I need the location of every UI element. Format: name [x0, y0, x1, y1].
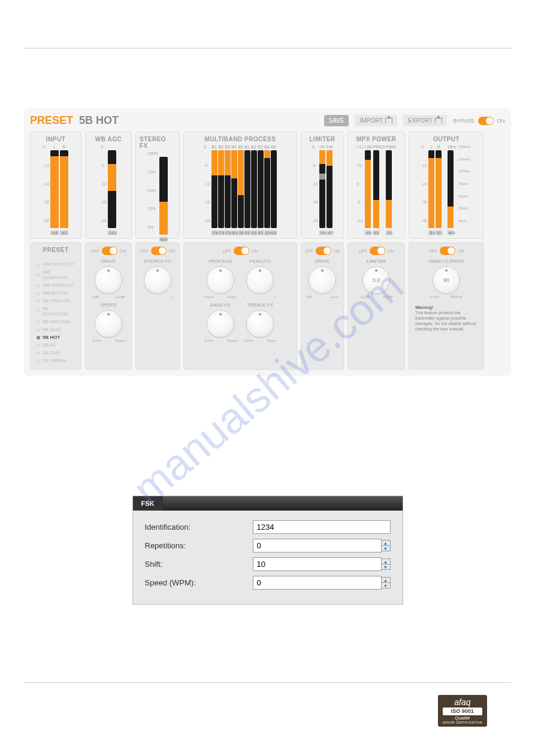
preset-item-wb-protect[interactable]: WB PROTECT: [37, 262, 75, 267]
export-icon: [435, 118, 442, 123]
preset-list-panel: PRESET WB PROTECTWB CLASSICALWB DIGIPLEX…: [30, 242, 81, 370]
multiband-controls: OFFON PROCESSPuristBoost FIDELITY–+ BASS…: [183, 242, 297, 370]
bypass-toggle[interactable]: [478, 117, 494, 125]
preset-item-5b-natural[interactable]: 5B NATURAL: [37, 319, 75, 324]
mpx-controls: OFFON LIMITER0.0-12dB+12dB: [347, 242, 405, 370]
limiter-knob[interactable]: 0.0: [362, 266, 390, 294]
mpx-meter-pred: 0.0: [373, 150, 379, 228]
export-button[interactable]: EXPORT: [403, 115, 447, 126]
input-panel: INPUT 0-12-24-36-48 L -4.0 R -4.1: [30, 132, 81, 239]
preset-item-5b-hot[interactable]: 5B HOT: [37, 335, 75, 340]
speed-knob[interactable]: [95, 310, 122, 338]
bassfx-knob[interactable]: [207, 310, 234, 338]
mpx-meter-lim: -4.0: [365, 150, 371, 228]
multiband-meter-5: 0.0: [244, 150, 250, 228]
output-meter-r: -3.1: [436, 150, 442, 228]
wbagc-toggle[interactable]: [102, 247, 117, 255]
fsk-panel: FSK Identification: Repetitions:▲▼ Shift…: [132, 496, 403, 605]
output-panel: OUTPUT 0-12-24-36-48 L-3.4 R-3.1 DEV46.2…: [409, 132, 484, 239]
output-controls: OFFON HARD CLIPPER900 kHz200kHz Warning!…: [409, 242, 484, 370]
multiband-meter-7: 0.0: [258, 150, 264, 228]
process-knob[interactable]: [207, 266, 234, 294]
identification-label: Identification:: [145, 523, 253, 532]
limiter-controls: OFFON DRIVESoftLoud: [301, 242, 344, 370]
import-button[interactable]: IMPORT: [355, 115, 397, 126]
limiter-toggle[interactable]: [316, 247, 331, 255]
input-meter-r: -4.1: [60, 150, 68, 228]
limiter-meter-fm: -4.7: [327, 150, 333, 228]
save-button[interactable]: SAVE: [324, 115, 349, 126]
repetitions-label: Repetitions:: [145, 541, 253, 550]
preset-item-wb-digiplex[interactable]: WB DIGIPLEX: [37, 283, 75, 288]
input-meter-l: -4.0: [50, 150, 59, 228]
multiband-meter-3: -8.4: [231, 150, 237, 228]
shift-input[interactable]: [253, 557, 382, 571]
preset-item-5b-ac[interactable]: 5B AC: [37, 342, 75, 348]
preset-item-5b-jazz[interactable]: 5B JAZZ: [37, 327, 75, 332]
preset-item-wb-boost[interactable]: WB BOOST: [37, 290, 75, 296]
stereofx-knob[interactable]: [144, 266, 171, 294]
output-meter-dev: 46.2: [448, 150, 454, 228]
shift-label: Shift:: [145, 560, 253, 569]
stereofx-toggle[interactable]: [151, 247, 167, 255]
stereofx-meter: 42.0: [159, 157, 168, 235]
preset-item-5b-urban[interactable]: 5B URBAN: [37, 358, 75, 363]
treblefx-knob[interactable]: [246, 310, 274, 338]
afaq-badge: afaq ISO 9001 Qualité AFNOR CERTIFICATIO…: [24, 695, 487, 727]
drive-knob[interactable]: [95, 266, 122, 294]
speed-label: Speed (WPM):: [145, 578, 253, 587]
preset-item-wb-classical[interactable]: WB CLASSICAL: [37, 269, 75, 280]
audio-plugin-panel: PRESET 5B HOT SAVE IMPORT EXPORT BYPASS …: [24, 108, 511, 376]
multiband-toggle[interactable]: [234, 247, 249, 255]
speed-spinner[interactable]: ▲▼: [382, 577, 391, 588]
wbagc-meter: -11.2: [108, 150, 116, 228]
multiband-meter-9: 0.0: [271, 150, 277, 228]
output-toggle[interactable]: [440, 247, 455, 255]
identification-input[interactable]: [253, 520, 391, 534]
output-meter-l: -3.4: [428, 150, 434, 228]
multiband-panel: MULTIBAND PROCESS 0-6-12-18-24 B1-7.6B2-…: [183, 132, 297, 239]
repetitions-spinner[interactable]: ▲▼: [382, 540, 391, 551]
preset-item-5b-classical[interactable]: 5B CLASSICAL: [37, 306, 75, 317]
limiter-drive-knob[interactable]: [309, 266, 336, 294]
multiband-meter-0: -7.6: [211, 150, 217, 228]
wbagc-panel: WB AGC 0-6-12-18-24 -11.2: [85, 132, 132, 239]
preset-item-5b-finalize[interactable]: 5B FINALIZE: [37, 298, 75, 303]
preset-label: PRESET: [30, 114, 73, 127]
bypass-label: BYPASS: [453, 118, 474, 124]
mpx-meter-pwr: -0.1: [386, 150, 392, 228]
stereofx-panel: STEREO FX 100%75%50%25%0% 42.0: [135, 132, 180, 239]
hardclip-knob[interactable]: 90: [433, 266, 460, 294]
wbagc-controls: OFFON DRIVE0dB+12dB SPEEDPuristBoost: [85, 242, 132, 370]
repetitions-input[interactable]: [253, 539, 382, 552]
stereofx-controls: OFFON STEREO FX–+: [135, 242, 180, 370]
limiter-panel: LIMITER 0-6-12-18-24 HF-4.4 FM-4.7: [301, 132, 344, 239]
multiband-meter-6: 0.0: [251, 150, 257, 228]
multiband-meter-2: -7.6: [225, 150, 231, 228]
fsk-tab[interactable]: FSK: [133, 496, 163, 511]
import-icon: [385, 118, 392, 123]
multiband-meter-1: -7.6: [218, 150, 224, 228]
mpx-panel: MPX POWER +12+60-6-12 LIM-4.0 PRED0.0 PW…: [347, 132, 405, 239]
mpx-toggle[interactable]: [370, 247, 385, 255]
fidelity-knob[interactable]: [246, 266, 274, 294]
preset-name: 5B HOT: [79, 114, 119, 127]
multiband-meter-8: -2.4: [264, 150, 270, 228]
speed-input[interactable]: [253, 576, 382, 590]
warning-text: Warning!This feature protects the transm…: [413, 302, 480, 334]
limiter-meter-hf: -4.4: [319, 150, 325, 228]
shift-spinner[interactable]: ▲▼: [382, 558, 391, 570]
preset-item-5b-chr[interactable]: 5B CHR: [37, 350, 75, 356]
multiband-meter-4: -13.6: [238, 150, 244, 228]
